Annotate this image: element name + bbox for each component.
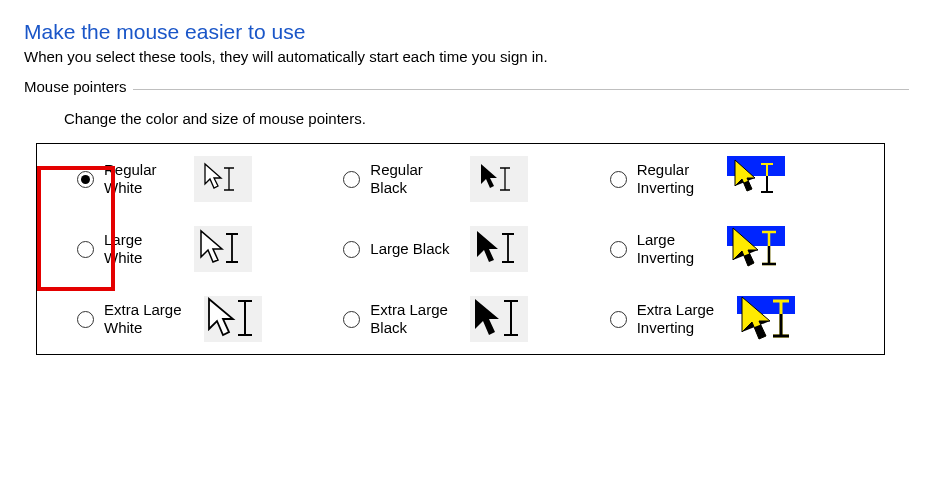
- mouse-pointers-group: Mouse pointers Change the color and size…: [24, 89, 909, 355]
- option-extra-large-black[interactable]: Extra Large Black: [343, 296, 609, 342]
- svg-marker-7: [477, 231, 498, 262]
- preview-large-inverting: [727, 226, 785, 272]
- cursor-black-xl-icon: [471, 297, 527, 341]
- cursor-inverting-large-icon: [727, 226, 785, 272]
- page-title: Make the mouse easier to use: [24, 20, 909, 44]
- preview-regular-white: [194, 156, 252, 202]
- svg-marker-0: [205, 164, 221, 188]
- option-label: Regular Black: [370, 161, 460, 197]
- option-label: Regular White: [104, 161, 184, 197]
- svg-marker-13: [475, 299, 499, 335]
- option-label: Large Inverting: [637, 231, 717, 267]
- cursor-white-xl-icon: [205, 297, 261, 341]
- option-extra-large-white[interactable]: Extra Large White: [77, 296, 343, 342]
- preview-large-black: [470, 226, 528, 272]
- groupbox-divider: [24, 89, 909, 90]
- preview-regular-black: [470, 156, 528, 202]
- radio-regular-black[interactable]: [343, 171, 360, 188]
- cursor-black-small-icon: [477, 162, 521, 196]
- option-label: Large Black: [370, 240, 460, 258]
- option-extra-large-inverting[interactable]: Extra Large Inverting: [610, 296, 876, 342]
- radio-large-inverting[interactable]: [610, 241, 627, 258]
- option-large-inverting[interactable]: Large Inverting: [610, 226, 876, 272]
- page-subtitle: When you select these tools, they will a…: [24, 48, 909, 65]
- cursor-white-large-icon: [197, 229, 249, 269]
- option-label: Regular Inverting: [637, 161, 717, 197]
- group-description: Change the color and size of mouse point…: [64, 110, 909, 127]
- preview-extra-large-inverting: [737, 296, 795, 342]
- option-regular-white[interactable]: Regular White: [77, 156, 343, 202]
- option-label: Extra Large Inverting: [637, 301, 727, 337]
- svg-marker-1: [481, 164, 497, 188]
- preview-large-white: [194, 226, 252, 272]
- option-label: Large White: [104, 231, 184, 267]
- option-label: Extra Large White: [104, 301, 194, 337]
- pointer-options-frame: Regular White Regular Black Regular Inve…: [36, 143, 885, 355]
- option-regular-inverting[interactable]: Regular Inverting: [610, 156, 876, 202]
- cursor-white-small-icon: [201, 162, 245, 196]
- preview-extra-large-white: [204, 296, 262, 342]
- radio-regular-white[interactable]: [77, 171, 94, 188]
- radio-extra-large-inverting[interactable]: [610, 311, 627, 328]
- option-regular-black[interactable]: Regular Black: [343, 156, 609, 202]
- cursor-black-large-icon: [473, 229, 525, 269]
- option-large-white[interactable]: Large White: [77, 226, 343, 272]
- cursor-inverting-small-icon: [727, 156, 785, 202]
- svg-marker-6: [201, 231, 222, 262]
- preview-regular-inverting: [727, 156, 785, 202]
- radio-large-black[interactable]: [343, 241, 360, 258]
- option-label: Extra Large Black: [370, 301, 460, 337]
- radio-large-white[interactable]: [77, 241, 94, 258]
- radio-extra-large-black[interactable]: [343, 311, 360, 328]
- radio-extra-large-white[interactable]: [77, 311, 94, 328]
- preview-extra-large-black: [470, 296, 528, 342]
- option-large-black[interactable]: Large Black: [343, 226, 609, 272]
- cursor-inverting-xl-icon: [737, 296, 795, 342]
- groupbox-label: Mouse pointers: [24, 78, 133, 95]
- radio-regular-inverting[interactable]: [610, 171, 627, 188]
- svg-marker-12: [209, 299, 233, 335]
